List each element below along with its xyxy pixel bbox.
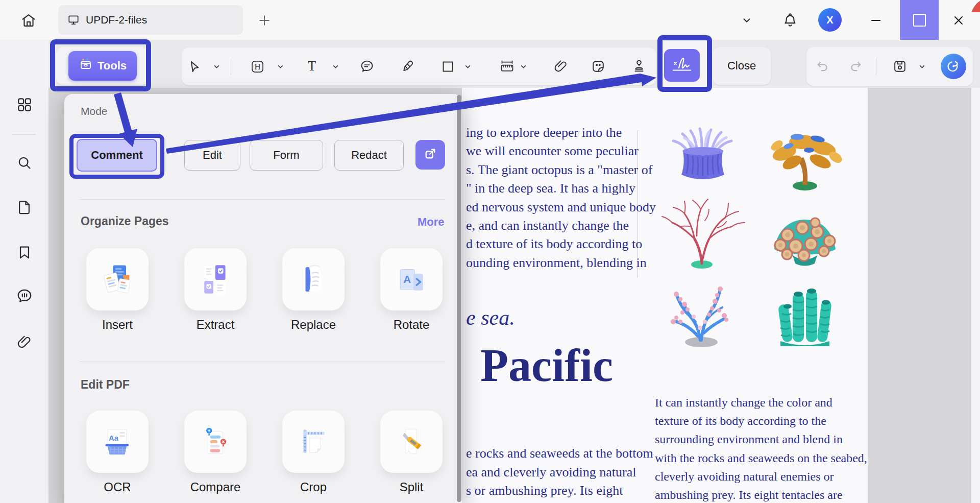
minimize-button[interactable] <box>862 10 890 31</box>
highlight-chevron-down-icon[interactable] <box>275 47 285 85</box>
measure-ruler-icon[interactable] <box>498 47 516 85</box>
pdf-page: ing to explore deeper into the we will e… <box>462 88 868 503</box>
attachment-paperclip-icon[interactable] <box>14 332 35 352</box>
extract-card-label: Extract <box>184 318 247 332</box>
rotate-icon: A <box>395 262 428 296</box>
document-tab[interactable]: UPDF-2-files <box>58 5 243 35</box>
select-cursor-icon[interactable] <box>185 47 203 85</box>
text-tool-icon[interactable]: T <box>303 47 321 85</box>
insert-card[interactable] <box>86 248 149 310</box>
purple-anemone-image <box>652 119 754 196</box>
undo-icon[interactable] <box>814 47 832 86</box>
shape-chevron-down-icon[interactable] <box>462 47 473 85</box>
comments-icon[interactable] <box>14 286 35 306</box>
rotate-card-label: Rotate <box>380 318 443 332</box>
close-tools-button[interactable]: Close <box>713 47 771 85</box>
avatar-initial: X <box>826 14 833 26</box>
maximize-square-icon <box>913 14 926 27</box>
new-tab-button[interactable] <box>255 11 274 30</box>
edit-pdf-heading: Edit PDF <box>81 378 130 392</box>
save-chevron-down-icon[interactable] <box>917 47 927 86</box>
pink-blossom-coral-image <box>652 273 754 349</box>
ocr-icon: Aa <box>100 424 135 459</box>
open-in-new-window-button[interactable] <box>415 140 445 170</box>
tools-panel: Mode Comment Edit Form Redact Organize P… <box>64 94 462 503</box>
mode-comment-button[interactable]: Comment <box>77 139 157 172</box>
insert-icon <box>100 262 135 297</box>
highlight-tool-icon[interactable]: H <box>248 47 266 85</box>
measure-chevron-down-icon[interactable] <box>518 47 528 85</box>
mode-redact-button[interactable]: Redact <box>334 140 404 171</box>
home-icon[interactable] <box>18 10 39 31</box>
search-icon[interactable] <box>14 153 35 173</box>
redo-icon[interactable] <box>846 47 865 86</box>
crop-card-label: Crop <box>282 480 345 494</box>
ocr-card[interactable]: Aa <box>86 411 149 473</box>
crop-card[interactable] <box>282 411 345 473</box>
gold-coral-tree-image <box>754 117 856 194</box>
svg-text:T: T <box>308 59 316 74</box>
replace-card[interactable] <box>282 248 345 310</box>
red-fan-coral-image <box>652 196 754 273</box>
tab-title: UPDF-2-files <box>86 14 147 26</box>
thumbnails-grid-icon[interactable] <box>14 94 35 115</box>
compare-icon <box>199 425 232 459</box>
ai-assistant-icon[interactable] <box>941 54 966 79</box>
doc-heading-fragment: e sea. <box>466 305 515 330</box>
left-sidebar <box>0 40 48 503</box>
account-avatar[interactable]: X <box>818 8 842 32</box>
select-chevron-down-icon[interactable] <box>211 47 222 85</box>
split-card-label: Split <box>380 480 443 494</box>
mode-form-button[interactable]: Form <box>250 140 323 171</box>
replace-icon <box>297 262 330 296</box>
monitor-icon <box>67 14 80 26</box>
save-icon[interactable] <box>891 47 909 86</box>
window-close-button[interactable] <box>944 10 973 31</box>
signature-tool-button[interactable] <box>664 49 700 82</box>
organize-pages-heading: Organize Pages <box>81 214 169 228</box>
insert-card-label: Insert <box>86 318 149 332</box>
tools-button[interactable]: Tools <box>68 51 137 81</box>
doc-bottom-left-column: e rocks and seaweeds at the bottom ea an… <box>466 444 653 500</box>
tools-button-label: Tools <box>97 59 127 73</box>
disc-coral-image <box>754 196 856 273</box>
panel-divider <box>80 199 445 200</box>
split-icon <box>395 425 428 459</box>
toolbar-divider <box>231 58 231 75</box>
mode-section-label: Mode <box>81 105 108 117</box>
doc-left-column: ing to explore deeper into the we will e… <box>466 124 656 272</box>
tools-folder-icon <box>79 57 93 75</box>
toolbar-divider <box>876 58 876 75</box>
signature-icon <box>671 54 693 77</box>
sidebar-divider <box>12 134 36 135</box>
mode-edit-button[interactable]: Edit <box>184 140 240 171</box>
compare-card-label: Compare <box>184 480 247 494</box>
bookmark-icon[interactable] <box>14 242 35 262</box>
history-save-group <box>806 47 973 86</box>
maximize-button[interactable] <box>900 0 939 40</box>
organize-more-link[interactable]: More <box>418 215 445 229</box>
pen-highlighter-icon[interactable] <box>398 47 416 85</box>
pages-icon[interactable] <box>14 197 35 218</box>
note-comment-icon[interactable] <box>358 47 376 85</box>
doc-right-column: It can instantly change the color and te… <box>655 393 867 503</box>
external-link-icon <box>424 147 437 162</box>
notifications-bell-icon[interactable] <box>780 10 800 31</box>
rotate-card[interactable]: A <box>380 248 443 310</box>
titlebar-chevron-down-icon[interactable] <box>738 13 755 28</box>
crop-icon <box>297 425 330 459</box>
panel-scrollbar-thumb[interactable] <box>457 95 461 502</box>
shape-rectangle-icon[interactable] <box>438 47 457 85</box>
split-card[interactable] <box>380 411 443 473</box>
replace-card-label: Replace <box>282 318 345 332</box>
sticker-icon[interactable] <box>589 47 607 85</box>
extract-icon <box>199 262 232 296</box>
document-scrollbar-track[interactable] <box>971 88 980 503</box>
stamp-icon[interactable] <box>630 47 648 85</box>
compare-card[interactable] <box>184 411 247 473</box>
attach-paperclip-icon[interactable] <box>552 47 570 85</box>
close-button-label: Close <box>727 59 756 73</box>
text-chevron-down-icon[interactable] <box>330 47 340 85</box>
svg-text:Aa: Aa <box>109 434 119 442</box>
extract-card[interactable] <box>184 248 247 310</box>
